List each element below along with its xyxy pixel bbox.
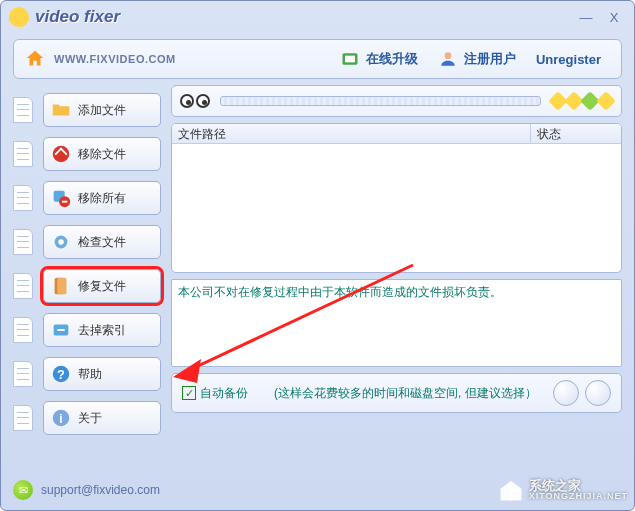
sidebar-item-label: 移除文件	[78, 146, 126, 163]
column-path[interactable]: 文件路径	[172, 124, 531, 143]
register-label: 注册用户	[464, 50, 516, 68]
unregister-link[interactable]: Unregister	[536, 52, 601, 67]
watermark-sub: XITONGZHIJIA.NET	[529, 492, 628, 501]
svg-point-2	[445, 52, 452, 59]
remove-file-button[interactable]: 移除文件	[43, 137, 161, 171]
remove-all-icon	[50, 187, 72, 209]
sidebar-item-label: 修复文件	[78, 278, 126, 295]
footer: ✉ support@fixvideo.com	[13, 480, 160, 500]
autobackup-checkbox[interactable]: ✓	[182, 386, 196, 400]
close-button[interactable]: X	[602, 8, 626, 26]
svg-text:i: i	[59, 412, 62, 426]
sidebar-item-label: 移除所有	[78, 190, 126, 207]
about-icon: i	[50, 407, 72, 429]
repair-file-button[interactable]: 修复文件	[43, 269, 161, 303]
upgrade-label: 在线升级	[366, 50, 418, 68]
check-file-button[interactable]: 检查文件	[43, 225, 161, 259]
sidebar-item-remove-index: 去掉索引	[13, 311, 161, 349]
sidebar-item-label: 帮助	[78, 366, 102, 383]
column-status[interactable]: 状态	[531, 124, 621, 143]
sheet-icon	[13, 229, 33, 255]
user-icon	[438, 49, 458, 69]
sheet-icon	[13, 273, 33, 299]
svg-rect-12	[57, 278, 66, 295]
help-button[interactable]: ? 帮助	[43, 357, 161, 391]
repair-icon	[50, 275, 72, 297]
sheet-icon	[13, 141, 33, 167]
remove-index-button[interactable]: 去掉索引	[43, 313, 161, 347]
sidebar-item-remove: 移除文件	[13, 135, 161, 173]
sidebar: 添加文件 移除文件 移除所有	[13, 85, 161, 491]
about-button[interactable]: i 关于	[43, 401, 161, 435]
sheet-icon	[13, 317, 33, 343]
remove-all-button[interactable]: 移除所有	[43, 181, 161, 215]
check-icon	[50, 231, 72, 253]
watermark-icon	[497, 476, 525, 504]
register-link[interactable]: 注册用户	[438, 49, 516, 69]
action-button-2[interactable]	[585, 380, 611, 406]
minimize-button[interactable]: —	[574, 8, 598, 26]
sidebar-item-help: ? 帮助	[13, 355, 161, 393]
upgrade-link[interactable]: 在线升级	[340, 49, 418, 69]
folder-add-icon	[50, 99, 72, 121]
svg-rect-1	[345, 56, 355, 63]
eyes-icon	[180, 94, 210, 108]
sidebar-item-add: 添加文件	[13, 91, 161, 129]
sheet-icon	[13, 405, 33, 431]
sidebar-item-check: 检查文件	[13, 223, 161, 261]
hex-decoration	[551, 94, 613, 108]
domain-label: WWW.FIXVIDEO.COM	[54, 53, 176, 65]
svg-rect-8	[62, 201, 67, 203]
add-file-button[interactable]: 添加文件	[43, 93, 161, 127]
sidebar-item-label: 检查文件	[78, 234, 126, 251]
sheet-icon	[13, 97, 33, 123]
options-panel: ✓ 自动备份 (这样会花费较多的时间和磁盘空间, 但建议选择）	[171, 373, 622, 413]
sidebar-item-about: i 关于	[13, 399, 161, 437]
home-icon	[24, 48, 46, 70]
app-title: video fixer	[35, 7, 120, 27]
remove-icon	[50, 143, 72, 165]
sidebar-item-repair: 修复文件	[13, 267, 161, 305]
sidebar-item-label: 添加文件	[78, 102, 126, 119]
help-icon: ?	[50, 363, 72, 385]
autobackup-label: 自动备份	[200, 385, 248, 402]
svg-point-10	[58, 239, 64, 245]
upgrade-icon	[340, 49, 360, 69]
app-logo-icon	[9, 7, 29, 27]
watermark: 系统之家 XITONGZHIJIA.NET	[497, 476, 628, 504]
sheet-icon	[13, 185, 33, 211]
action-button-1[interactable]	[553, 380, 579, 406]
sidebar-item-label: 关于	[78, 410, 102, 427]
sidebar-item-label: 去掉索引	[78, 322, 126, 339]
svg-text:?: ?	[57, 367, 65, 382]
support-email[interactable]: support@fixvideo.com	[41, 483, 160, 497]
progress-panel	[171, 85, 622, 117]
file-table[interactable]: 文件路径 状态	[171, 123, 622, 273]
sidebar-item-remove-all: 移除所有	[13, 179, 161, 217]
autobackup-hint: (这样会花费较多的时间和磁盘空间, 但建议选择）	[274, 385, 537, 402]
message-box[interactable]: 本公司不对在修复过程中由于本软件而造成的文件损坏负责。	[171, 279, 622, 367]
index-remove-icon	[50, 319, 72, 341]
sheet-icon	[13, 361, 33, 387]
mail-icon: ✉	[13, 480, 33, 500]
unregister-label: Unregister	[536, 52, 601, 67]
message-text: 本公司不对在修复过程中由于本软件而造成的文件损坏负责。	[178, 285, 502, 299]
progress-bar	[220, 96, 541, 106]
